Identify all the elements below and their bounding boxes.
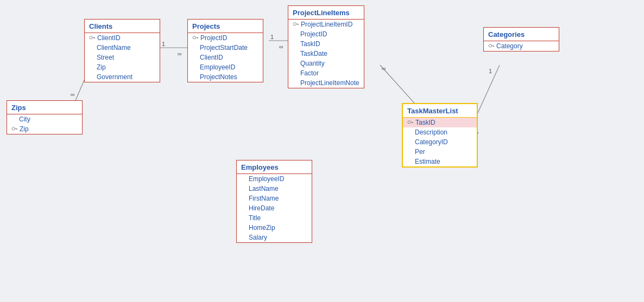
- field-employees-homezip: HomeZip: [237, 223, 312, 233]
- field-projectlineitems-projectlineitemid: ProjectLineItemID: [288, 20, 364, 29]
- svg-text:∞: ∞: [178, 50, 182, 57]
- field-taskmasterlist-taskid: TaskID: [403, 118, 477, 127]
- svg-text:1: 1: [489, 68, 492, 74]
- svg-point-23: [193, 36, 195, 38]
- table-title-projects: Projects: [188, 20, 263, 33]
- table-taskmasterlist: TaskMasterList TaskIDDescriptionCategory…: [402, 103, 478, 168]
- field-employees-employeeid: EmployeeID: [237, 174, 312, 184]
- table-zips: ZipsCity Zip: [7, 100, 83, 134]
- field-clients-government: Government: [85, 72, 160, 82]
- field-clients-clientid: ClientID: [85, 33, 160, 43]
- field-taskmasterlist-description: Description: [403, 127, 477, 137]
- table-title-projectlineitems: ProjectLineItems: [288, 6, 364, 20]
- svg-text:1: 1: [270, 34, 274, 40]
- field-clients-street: Street: [85, 53, 160, 62]
- table-projects: Projects ProjectIDProjectStartDateClient…: [187, 19, 263, 82]
- field-clients-zip: Zip: [85, 62, 160, 72]
- field-employees-title: Title: [237, 213, 312, 223]
- svg-text:∞: ∞: [382, 65, 386, 72]
- field-projects-clientid: ClientID: [188, 53, 263, 62]
- table-title-zips: Zips: [7, 101, 82, 114]
- field-projects-projectstartdate: ProjectStartDate: [188, 43, 263, 53]
- svg-point-27: [293, 22, 296, 25]
- field-taskmasterlist-per: Per: [403, 147, 477, 157]
- svg-text:∞: ∞: [71, 91, 75, 98]
- field-projects-employeeid: EmployeeID: [188, 62, 263, 72]
- table-title-taskmasterlist: TaskMasterList: [403, 104, 477, 118]
- field-employees-lastname: LastName: [237, 184, 312, 194]
- field-projectlineitems-taskdate: TaskDate: [288, 49, 364, 59]
- table-title-clients: Clients: [85, 20, 160, 33]
- svg-point-35: [408, 120, 411, 123]
- field-projectlineitems-quantity: Quantity: [288, 59, 364, 68]
- svg-point-19: [90, 36, 92, 38]
- table-title-categories: Categories: [484, 28, 559, 41]
- table-clients: Clients ClientIDClientNameStreetZipGover…: [84, 19, 160, 82]
- table-employees: EmployeesEmployeeIDLastNameFirstNameHire…: [236, 160, 312, 243]
- field-zips-city: City: [7, 114, 82, 124]
- field-projectlineitems-taskid: TaskID: [288, 39, 364, 49]
- table-projectlineitems: ProjectLineItems ProjectLineItemIDProjec…: [288, 5, 364, 88]
- svg-text:1: 1: [162, 41, 165, 47]
- field-projects-projectid: ProjectID: [188, 33, 263, 43]
- field-categories-category: Category: [484, 41, 559, 51]
- svg-point-31: [489, 44, 491, 47]
- field-taskmasterlist-estimate: Estimate: [403, 157, 477, 166]
- field-employees-salary: Salary: [237, 233, 312, 242]
- svg-point-15: [12, 127, 15, 130]
- field-projectlineitems-factor: Factor: [288, 68, 364, 78]
- field-projectlineitems-projectid: ProjectID: [288, 29, 364, 39]
- table-categories: Categories Category: [483, 27, 559, 52]
- field-projects-projectnotes: ProjectNotes: [188, 72, 263, 82]
- field-projectlineitems-projectlineitemnote: ProjectLineItemNote: [288, 78, 364, 88]
- field-zips-zip: Zip: [7, 124, 82, 134]
- field-clients-clientname: ClientName: [85, 43, 160, 53]
- svg-text:∞: ∞: [279, 43, 283, 50]
- field-employees-firstname: FirstName: [237, 194, 312, 203]
- field-employees-hiredate: HireDate: [237, 203, 312, 213]
- field-taskmasterlist-categoryid: CategoryID: [403, 137, 477, 147]
- table-title-employees: Employees: [237, 160, 312, 174]
